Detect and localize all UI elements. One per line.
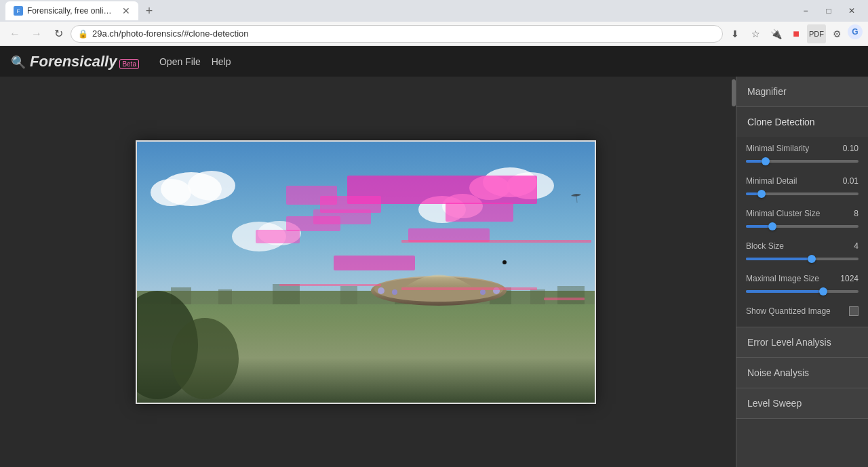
svg-rect-40 — [286, 186, 337, 205]
minimal-similarity-control: Minimal Similarity 0.10 — [746, 144, 859, 167]
svg-rect-34 — [446, 203, 513, 222]
menu-icon[interactable]: G — [848, 24, 863, 39]
panel-scrollbar[interactable] — [732, 77, 736, 467]
error-level-label: Error Level Analysis — [747, 337, 831, 348]
maximal-image-track — [746, 290, 859, 293]
browser-tab[interactable]: F Forensically, free online photo fo... … — [5, 1, 138, 20]
refresh-button[interactable]: ↻ — [49, 24, 68, 43]
minimal-cluster-value: 8 — [854, 209, 859, 218]
level-sweep-section: Level Sweep — [736, 388, 868, 419]
level-sweep-label: Level Sweep — [747, 398, 802, 409]
minimal-similarity-slider[interactable] — [746, 156, 859, 167]
app-logo: 🔍 Forensically Beta — [11, 53, 139, 70]
svg-rect-33 — [334, 256, 415, 270]
block-size-thumb[interactable] — [808, 255, 816, 263]
magnifier-header[interactable]: Magnifier — [736, 77, 868, 106]
close-button[interactable]: ✕ — [841, 1, 863, 20]
window-controls: − □ ✕ — [795, 1, 863, 20]
svg-rect-37 — [279, 284, 381, 286]
minimal-cluster-fill — [746, 225, 768, 228]
url-text: 29a.ch/photo-forensics/#clone-detection — [92, 28, 249, 39]
help-link[interactable]: Help — [212, 56, 231, 67]
svg-point-15 — [151, 179, 191, 206]
image-container — [136, 140, 596, 404]
noise-analysis-section: Noise Analysis — [736, 358, 868, 388]
show-quantized-checkbox[interactable] — [849, 306, 859, 316]
svg-rect-5 — [273, 284, 300, 304]
block-size-label: Block Size — [746, 241, 784, 251]
svg-point-13 — [171, 318, 239, 399]
level-sweep-header[interactable]: Level Sweep — [736, 388, 868, 418]
svg-point-16 — [188, 171, 235, 201]
minimal-similarity-fill — [746, 160, 762, 163]
minimal-cluster-control: Minimal Cluster Size 8 — [746, 209, 859, 232]
sidebar: Magnifier Clone Detection Minimal Simila… — [736, 77, 868, 467]
beta-badge: Beta — [119, 59, 139, 69]
block-size-slider[interactable] — [746, 253, 859, 264]
panel-scrollbar-thumb — [732, 79, 736, 106]
minimize-button[interactable]: − — [795, 1, 816, 20]
svg-point-43 — [502, 260, 507, 264]
maximize-button[interactable]: □ — [818, 1, 840, 20]
favicon: F — [14, 6, 23, 16]
svg-rect-36 — [401, 240, 591, 243]
svg-rect-4 — [218, 289, 232, 304]
maximal-image-control: Maximal Image Size 1024 — [746, 274, 859, 297]
scene-svg — [137, 142, 595, 403]
minimal-detail-fill — [746, 192, 757, 195]
download-icon[interactable]: ⬇ — [726, 24, 745, 43]
forward-button[interactable]: → — [27, 24, 46, 43]
browser-toolbar: ← → ↻ 🔒 29a.ch/photo-forensics/#clone-de… — [0, 22, 868, 46]
noise-analysis-label: Noise Analysis — [747, 367, 809, 378]
svg-rect-2 — [137, 291, 595, 304]
minimal-cluster-label: Minimal Cluster Size — [746, 209, 820, 218]
error-level-header[interactable]: Error Level Analysis — [736, 327, 868, 357]
clone-detection-content: Minimal Similarity 0.10 Minimal Detail — [736, 137, 868, 327]
minimal-cluster-slider[interactable] — [746, 221, 859, 232]
minimal-similarity-track — [746, 160, 859, 163]
svg-rect-39 — [544, 298, 585, 300]
app-body: Magnifier Clone Detection Minimal Simila… — [0, 77, 868, 467]
main-canvas — [0, 77, 732, 467]
back-button[interactable]: ← — [5, 24, 24, 43]
minimal-detail-thumb[interactable] — [757, 190, 766, 198]
show-quantized-label: Show Quantized Image — [746, 306, 831, 316]
extension-icon2[interactable]: ■ — [787, 24, 806, 43]
minimal-detail-slider[interactable] — [746, 188, 859, 199]
maximal-image-slider[interactable] — [746, 286, 859, 297]
minimal-similarity-label: Minimal Similarity — [746, 144, 809, 153]
svg-rect-10 — [530, 289, 545, 304]
svg-point-27 — [392, 289, 397, 295]
tab-close-button[interactable]: ✕ — [122, 5, 130, 16]
extension-icon3[interactable]: PDF — [807, 24, 826, 43]
settings-icon[interactable]: ⚙ — [827, 24, 846, 43]
maximal-image-value: 1024 — [840, 274, 859, 283]
clone-detection-header[interactable]: Clone Detection — [736, 107, 868, 137]
svg-rect-41 — [313, 209, 371, 224]
magnifier-label: Magnifier — [747, 86, 787, 97]
minimal-similarity-thumb[interactable] — [762, 157, 770, 165]
new-tab-button[interactable]: + — [141, 3, 157, 19]
tab-title: Forensically, free online photo fo... — [27, 6, 115, 16]
block-size-value: 4 — [854, 241, 859, 251]
toolbar-actions: ⬇ ☆ 🔌 ■ PDF ⚙ G — [726, 24, 863, 43]
minimal-cluster-thumb[interactable] — [768, 222, 776, 230]
open-file-link[interactable]: Open File — [159, 56, 201, 67]
extension-icon1[interactable]: 🔌 — [766, 24, 785, 43]
svg-rect-38 — [401, 287, 537, 290]
browser-titlebar: F Forensically, free online photo fo... … — [0, 0, 868, 22]
noise-analysis-header[interactable]: Noise Analysis — [736, 358, 868, 388]
maximal-image-thumb[interactable] — [819, 287, 827, 296]
block-size-track — [746, 258, 859, 260]
bookmark-icon[interactable]: ☆ — [746, 24, 765, 43]
photo-canvas — [137, 142, 595, 403]
address-bar[interactable]: 🔒 29a.ch/photo-forensics/#clone-detectio… — [71, 25, 723, 43]
svg-point-26 — [378, 287, 384, 294]
maximal-image-label: Maximal Image Size — [746, 274, 819, 283]
app-header: 🔍 Forensically Beta Open File Help — [0, 46, 868, 77]
logo-text: Forensically — [30, 53, 117, 70]
clone-detection-section: Clone Detection Minimal Similarity 0.10 — [736, 107, 868, 327]
minimal-detail-control: Minimal Detail 0.01 — [746, 176, 859, 199]
minimal-cluster-label-row: Minimal Cluster Size 8 — [746, 209, 859, 218]
maximal-image-label-row: Maximal Image Size 1024 — [746, 274, 859, 283]
